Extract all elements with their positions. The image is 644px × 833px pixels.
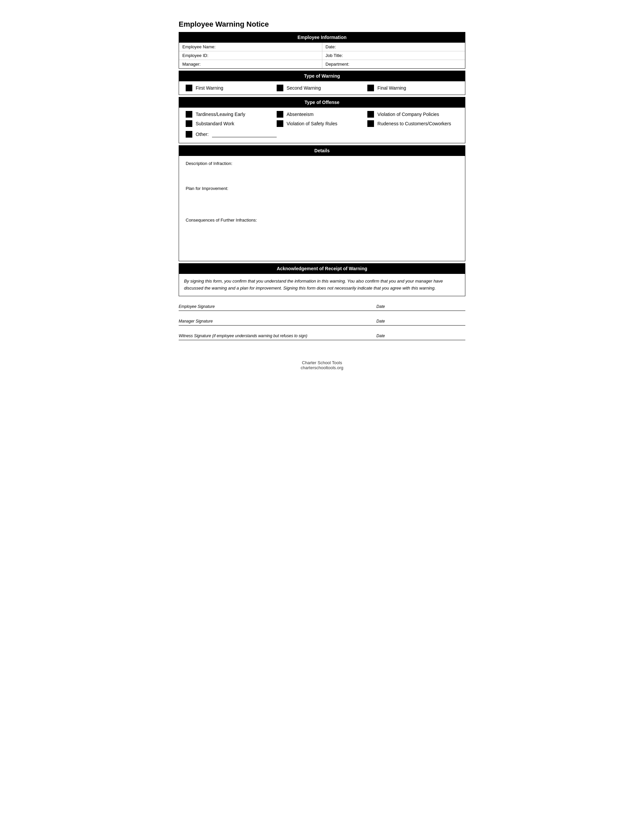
employee-sig-right: Date: [356, 303, 465, 309]
final-warning-checkbox[interactable]: [367, 85, 374, 91]
second-warning-label: Second Warning: [287, 85, 321, 91]
offense-absenteeism[interactable]: Absenteeism: [277, 111, 368, 117]
manager-sig-row: Manager Signature Date: [179, 318, 465, 326]
type-of-warning-header: Type of Warning: [179, 71, 465, 81]
info-row-1: Employee Name: Date:: [179, 43, 465, 51]
page-title: Employee Warning Notice: [179, 20, 465, 29]
employee-info-section: Employee Information Employee Name: Date…: [179, 32, 465, 69]
offense-safety-rules[interactable]: Violation of Safety Rules: [277, 120, 368, 127]
first-warning-option[interactable]: First Warning: [186, 85, 277, 91]
offense-substandard[interactable]: Substandard Work: [186, 120, 277, 127]
offense-company-policies[interactable]: Violation of Company Policies: [367, 111, 458, 117]
manager-sig-left: Manager Signature: [179, 318, 356, 323]
first-warning-label: First Warning: [196, 85, 223, 91]
acknowledgement-section: Acknowledgement of Receipt of Warning By…: [179, 263, 465, 296]
offense-col-1: Tardiness/Leaving Early Substandard Work…: [186, 111, 277, 138]
job-title-cell: Job Title:: [322, 51, 465, 60]
manager-cell: Manager:: [179, 60, 322, 68]
witness-sig-right: Date: [356, 332, 465, 338]
type-of-offense-header: Type of Offense: [179, 97, 465, 108]
safety-rules-label: Violation of Safety Rules: [287, 121, 337, 126]
department-cell: Department:: [322, 60, 465, 68]
final-warning-option[interactable]: Final Warning: [367, 85, 458, 91]
tardiness-checkbox[interactable]: [186, 111, 192, 117]
witness-sig-left: Witness Signature (if employee understan…: [179, 332, 356, 338]
offense-rudeness[interactable]: Rudeness to Customers/Coworkers: [367, 120, 458, 127]
other-checkbox[interactable]: [186, 131, 192, 138]
witness-sig-label: Witness Signature (if employee understan…: [179, 333, 356, 338]
absenteeism-checkbox[interactable]: [277, 111, 283, 117]
offense-main-row: Tardiness/Leaving Early Substandard Work…: [186, 111, 458, 138]
info-row-3: Manager: Department:: [179, 60, 465, 68]
offense-tardiness[interactable]: Tardiness/Leaving Early: [186, 111, 277, 117]
offense-col-3: Violation of Company Policies Rudeness t…: [367, 111, 458, 127]
manager-sig-right: Date: [356, 318, 465, 323]
substandard-label: Substandard Work: [196, 121, 234, 126]
absenteeism-label: Absenteeism: [287, 112, 314, 117]
details-block: Description of Infraction: Plan for Impr…: [179, 156, 465, 261]
rudeness-label: Rudeness to Customers/Coworkers: [377, 121, 451, 126]
manager-label: Manager:: [182, 62, 201, 67]
consequences-label: Consequences of Further Infractions:: [186, 217, 458, 223]
employee-info-block: Employee Name: Date: Employee ID: Job Ti…: [179, 43, 465, 69]
tardiness-label: Tardiness/Leaving Early: [196, 112, 245, 117]
first-warning-checkbox[interactable]: [186, 85, 192, 91]
company-policies-checkbox[interactable]: [367, 111, 374, 117]
acknowledgement-header: Acknowledgement of Receipt of Warning: [179, 263, 465, 274]
witness-date-label: Date: [376, 333, 465, 338]
offense-grid: Tardiness/Leaving Early Substandard Work…: [179, 108, 465, 143]
form-page: Employee Warning Notice Employee Informa…: [179, 20, 465, 370]
manager-sig-label: Manager Signature: [179, 319, 356, 323]
substandard-checkbox[interactable]: [186, 120, 192, 127]
type-of-offense-section: Type of Offense Tardiness/Leaving Early …: [179, 97, 465, 143]
footer-line2: charterschooltools.org: [179, 365, 465, 370]
job-title-label: Job Title:: [326, 53, 343, 58]
department-label: Department:: [326, 62, 350, 67]
witness-sig-row: Witness Signature (if employee understan…: [179, 332, 465, 340]
acknowledgement-text: By signing this form, you confirm that y…: [179, 274, 465, 296]
employee-id-cell: Employee ID:: [179, 51, 322, 60]
second-warning-checkbox[interactable]: [277, 85, 283, 91]
date-label: Date:: [326, 44, 336, 49]
other-label: Other:: [196, 132, 209, 137]
details-header: Details: [179, 145, 465, 156]
company-policies-label: Violation of Company Policies: [377, 112, 439, 117]
employee-date-label: Date: [376, 304, 465, 309]
description-label: Description of Infraction:: [186, 161, 458, 166]
date-cell: Date:: [322, 43, 465, 51]
second-warning-option[interactable]: Second Warning: [277, 85, 368, 91]
signature-section: Employee Signature Date Manager Signatur…: [179, 303, 465, 340]
details-section: Details Description of Infraction: Plan …: [179, 145, 465, 261]
info-row-2: Employee ID: Job Title:: [179, 51, 465, 60]
footer: Charter School Tools charterschooltools.…: [179, 360, 465, 370]
footer-line1: Charter School Tools: [179, 360, 465, 365]
manager-date-label: Date: [376, 319, 465, 323]
offense-col-2: Absenteeism Violation of Safety Rules: [277, 111, 368, 127]
other-line: [212, 137, 277, 137]
type-of-warning-section: Type of Warning First Warning Second War…: [179, 71, 465, 95]
rudeness-checkbox[interactable]: [367, 120, 374, 127]
plan-label: Plan for Improvement:: [186, 186, 458, 191]
employee-sig-left: Employee Signature: [179, 303, 356, 309]
offense-other[interactable]: Other:: [186, 131, 277, 138]
employee-name-label: Employee Name:: [182, 44, 216, 49]
employee-id-label: Employee ID:: [182, 53, 208, 58]
employee-name-cell: Employee Name:: [179, 43, 322, 51]
warning-options-row: First Warning Second Warning Final Warni…: [179, 81, 465, 95]
acknowledgement-block: By signing this form, you confirm that y…: [179, 274, 465, 296]
employee-sig-row: Employee Signature Date: [179, 303, 465, 311]
final-warning-label: Final Warning: [377, 85, 406, 91]
employee-sig-label: Employee Signature: [179, 304, 356, 309]
employee-info-header: Employee Information: [179, 32, 465, 43]
safety-rules-checkbox[interactable]: [277, 120, 283, 127]
